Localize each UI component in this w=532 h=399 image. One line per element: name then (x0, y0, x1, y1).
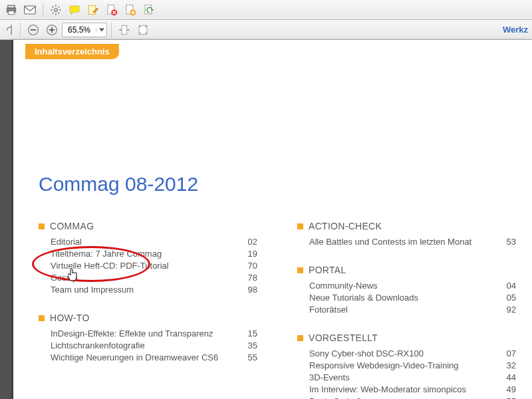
toc-entry-page: 92 (496, 305, 516, 315)
zoom-in-button[interactable] (43, 22, 61, 38)
toc-entry-page: 32 (496, 360, 516, 370)
toc-entry[interactable]: Community-News04 (297, 279, 516, 291)
toc-entry-label: Wichtige Neuerungen in Dreamweaver CS6 (51, 352, 237, 362)
toc-entry-label: Responsive Webdesign-Video-Training (309, 360, 496, 370)
toc-entry[interactable]: Lichtschrankenfotografie35 (39, 339, 257, 351)
page-add-button[interactable] (122, 2, 139, 18)
toc-entry[interactable]: Fotorätsel92 (297, 303, 516, 315)
fit-page-button[interactable] (134, 22, 152, 38)
gear-button[interactable] (47, 2, 65, 18)
toc-entry-label: Community-News (309, 281, 496, 291)
bullet-icon (39, 223, 45, 229)
toc-entry-page: 04 (496, 281, 516, 291)
toc-entry-page: 55 (496, 396, 516, 400)
toc-entry[interactable]: Im Interview: Web-Moderator simonpicos49 (297, 383, 516, 395)
toc-entry-label: Alle Battles und Contests im letzten Mon… (309, 237, 496, 247)
toc-entry[interactable]: Sony Cyber-shot DSC-RX10007 (297, 347, 516, 359)
toc-section-title: PORTAL (309, 265, 346, 275)
toc-entry-page: 49 (496, 384, 516, 394)
bullet-icon (297, 223, 303, 229)
bullet-icon (297, 335, 303, 341)
zoom-level-select[interactable]: 65,5% (62, 23, 107, 37)
fit-width-button[interactable] (116, 22, 133, 38)
toc-entry-label: Sony Cyber-shot DSC-RX100 (309, 348, 496, 358)
toolbar-main (0, 0, 532, 20)
toc-entry-page: 55 (237, 352, 257, 362)
separator (20, 23, 21, 37)
toc-entry-page: 19 (237, 249, 257, 259)
toc-entry[interactable]: InDesign-Effekte: Effekte und Transparen… (39, 327, 257, 339)
toc-section: COMMAGEditorial02Titelthema: 7 Jahre Com… (39, 221, 257, 295)
svg-rect-30 (122, 25, 127, 35)
toc-entry-page: 53 (496, 237, 516, 247)
svg-rect-2 (9, 11, 15, 14)
toc-section-header: HOW-TO (39, 313, 257, 323)
svg-rect-3 (25, 6, 36, 14)
toc-entry[interactable]: Titelthema: 7 Jahre Commag19 (39, 247, 257, 259)
svg-rect-13 (88, 5, 96, 15)
toc-entry-label: Im Interview: Web-Moderator simonpicos (309, 384, 496, 394)
svg-line-12 (59, 6, 60, 7)
page-title: Commag 08-2012 (39, 173, 516, 196)
toc-entry-label: Virtuelle Heft-CD: PDF-Tutorial (51, 261, 237, 271)
bullet-icon (39, 315, 45, 321)
toc-section-title: HOW-TO (50, 313, 90, 323)
toc-column-left: COMMAGEditorial02Titelthema: 7 Jahre Com… (39, 221, 257, 399)
toc-tab: Inhaltsverzeichnis (25, 44, 119, 59)
toc-entry-label: Panic Coda 2 (309, 396, 496, 400)
toc-section: PORTALCommunity-News04Neue Tutorials & D… (297, 265, 516, 315)
toc-entry-label: Team und Impressum (51, 285, 237, 295)
note-edit-button[interactable] (84, 2, 102, 18)
svg-line-10 (59, 12, 60, 13)
werkzeuge-link[interactable]: Werkz (503, 25, 529, 35)
toc-entry-page: 35 (237, 340, 257, 350)
toc-entry[interactable]: Panic Coda 255 (297, 395, 516, 399)
toc-entry-page: 07 (496, 348, 516, 358)
print-button[interactable] (3, 2, 20, 18)
page-refresh-button[interactable] (140, 2, 158, 18)
toc-entry[interactable]: 3D-Events44 (297, 371, 516, 383)
separator (111, 23, 112, 37)
toc-entry-page: 02 (237, 237, 257, 247)
toc-entry-label: InDesign-Effekte: Effekte und Transparen… (51, 329, 237, 338)
chevron-down-icon[interactable] (96, 28, 106, 32)
toc-entry[interactable]: Responsive Webdesign-Video-Training32 (297, 359, 516, 371)
svg-marker-29 (99, 28, 104, 31)
toc-entry[interactable]: Editorial02 (39, 235, 257, 247)
toc-section: VORGESTELLTSony Cyber-shot DSC-RX10007Re… (297, 332, 516, 399)
bullet-icon (297, 267, 303, 273)
svg-marker-23 (152, 9, 154, 11)
toc-section-header: VORGESTELLT (297, 332, 516, 343)
document-viewport: Inhaltsverzeichnis Commag 08-2012 COMMAG… (0, 40, 532, 399)
toc-entry-page: 78 (237, 273, 257, 283)
zoom-out-button[interactable] (25, 22, 42, 38)
svg-line-9 (53, 6, 54, 7)
toc-entry-label: Lichtschrankenfotografie (51, 340, 237, 350)
partial-tool-button[interactable] (3, 22, 16, 38)
toc-section-header: PORTAL (297, 265, 516, 275)
toc-entry[interactable]: Virtuelle Heft-CD: PDF-Tutorial70 (39, 259, 257, 271)
toc-entry-page: 15 (237, 329, 257, 338)
toc-entry[interactable]: Team und Impressum98 (39, 283, 257, 295)
toc-entry[interactable]: Gossip78 (39, 271, 257, 283)
separator (43, 3, 43, 17)
svg-point-4 (55, 8, 58, 11)
toc-entry[interactable]: Neue Tutorials & Downloads05 (297, 291, 516, 303)
email-button[interactable] (21, 2, 39, 18)
toc-entry-label: Editorial (51, 237, 237, 247)
page-gutter (0, 40, 13, 399)
toc-section: HOW-TOInDesign-Effekte: Effekte und Tran… (39, 313, 257, 363)
toc-entry-label: Gossip (51, 273, 237, 283)
toc-entry-page: 44 (496, 372, 516, 382)
toc-entry-label: Titelthema: 7 Jahre Commag (51, 249, 237, 259)
toc-section-header: COMMAG (39, 221, 257, 231)
document-page: Inhaltsverzeichnis Commag 08-2012 COMMAG… (13, 40, 532, 399)
toc-entry-label: Neue Tutorials & Downloads (309, 293, 496, 303)
toc-entry[interactable]: Wichtige Neuerungen in Dreamweaver CS655 (39, 351, 257, 363)
page-delete-button[interactable] (103, 2, 120, 18)
toc-section: ACTION-CHECKAlle Battles und Contests im… (297, 221, 516, 247)
comment-button[interactable] (66, 2, 83, 18)
toc-entry[interactable]: Alle Battles und Contests im letzten Mon… (297, 235, 516, 247)
toc-entry-label: Fotorätsel (309, 305, 496, 315)
toc-column-right: ACTION-CHECKAlle Battles und Contests im… (297, 221, 516, 399)
